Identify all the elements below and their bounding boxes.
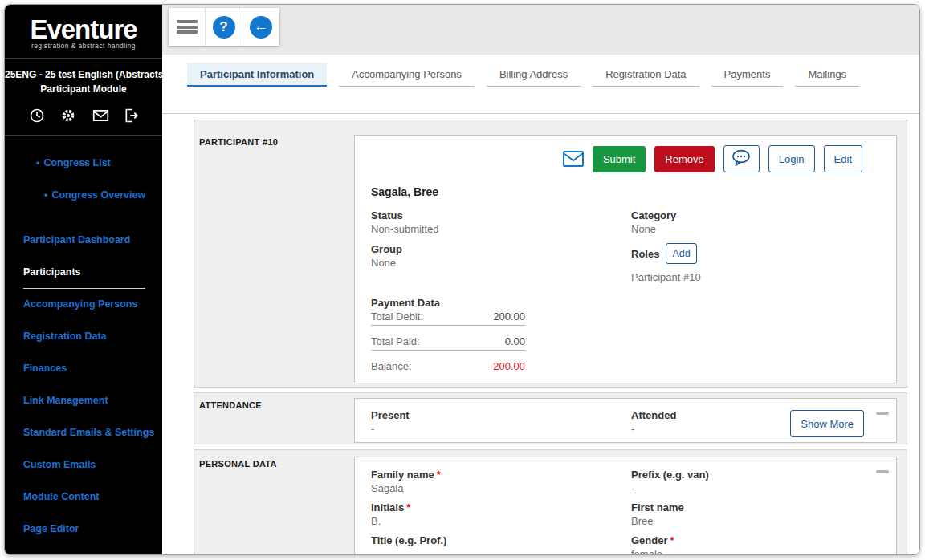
required-asterisk: *	[406, 501, 410, 513]
sidebar-item-label: Module Content	[23, 491, 99, 502]
payment-value: 0.00	[505, 335, 525, 347]
payment-label: Balance:	[371, 360, 412, 372]
header-strip: ? ←	[162, 5, 919, 55]
field-label: Roles	[631, 248, 659, 260]
field-value: -	[371, 423, 631, 435]
field-value: -	[371, 548, 631, 555]
sidebar-item-module-content[interactable]: Module Content	[23, 491, 99, 502]
sidebar-item-link-management[interactable]: Link Management	[23, 395, 108, 406]
field-value: -	[631, 482, 880, 494]
login-button[interactable]: Login	[768, 145, 815, 172]
collapse-icon[interactable]	[876, 412, 889, 415]
section-title: PERSONAL DATA	[194, 450, 354, 555]
field-status: Status Non-submitted	[371, 209, 631, 235]
sidebar-item-label: Standard Emails & Settings	[23, 427, 154, 438]
sidebar-item-label: Participants	[23, 266, 81, 278]
required-asterisk: *	[437, 469, 441, 481]
app-window: Eventure registration & abstract handlin…	[4, 4, 920, 555]
menu-toggle-button[interactable]	[169, 8, 206, 46]
field-label: First name	[631, 501, 684, 513]
section-personal-data: PERSONAL DATA Family name* Sagala Prefix…	[194, 449, 907, 555]
sidebar-item-label: Congress List	[43, 157, 110, 168]
tab-strip: Participant Information Accompanying Per…	[162, 55, 919, 114]
attendance-card: Present - Attended - Show More	[354, 398, 897, 443]
back-icon: ←	[250, 16, 272, 39]
payment-row-balance: Balance: -200.00	[371, 360, 525, 375]
tab-participant-information[interactable]: Participant Information	[187, 63, 327, 87]
sidebar-item-registration-data[interactable]: Registration Data	[23, 331, 107, 342]
payment-title: Payment Data	[371, 297, 525, 309]
congress-block: 25ENG - 25 test English (Abstracts... Pa…	[5, 59, 162, 95]
sidebar-item-page-editor[interactable]: Page Editor	[23, 523, 79, 534]
sidebar-item-label: Accompanying Persons	[23, 298, 137, 310]
field-label: Status	[371, 209, 631, 221]
logout-icon[interactable]	[124, 108, 140, 124]
sidebar-item-label: Participant Dashboard	[23, 234, 130, 246]
section-title: ATTENDANCE	[194, 393, 354, 444]
submit-button[interactable]: Submit	[593, 146, 646, 172]
section-title: PARTICIPANT #10	[194, 120, 354, 387]
field-initials: Initials* B.	[371, 501, 631, 527]
tab-billing-address[interactable]: Billing Address	[487, 63, 581, 87]
field-label: Prefix (e.g. van)	[631, 469, 709, 481]
toolbar: ? ←	[169, 8, 279, 46]
comments-button[interactable]	[723, 145, 760, 172]
sidebar-item-congress-overview[interactable]: •Congress Overview	[44, 189, 145, 201]
edit-button[interactable]: Edit	[824, 145, 862, 172]
field-label: Group	[371, 243, 631, 255]
sidebar-item-custom-emails[interactable]: Custom Emails	[23, 459, 96, 470]
tab-registration-data[interactable]: Registration Data	[593, 63, 699, 87]
field-roles: Roles Add Participant #10	[631, 243, 880, 283]
payment-label: Total Debit:	[371, 310, 423, 323]
show-more-button[interactable]: Show More	[790, 410, 864, 437]
sidebar-icon-row	[5, 95, 162, 136]
collapse-icon[interactable]	[876, 470, 889, 473]
content-body: PARTICIPANT #10 Submit Remove	[162, 114, 919, 554]
participant-fields: Status Non-submitted Category None Group…	[371, 209, 880, 283]
back-glyph: ←	[254, 18, 269, 35]
payment-row-total-debit: Total Debit: 200.00	[371, 310, 525, 326]
main-area: ? ← Participant Information Accompanying…	[162, 5, 919, 554]
field-prefix: Prefix (e.g. van) -	[631, 469, 880, 494]
field-label: Gender	[631, 534, 668, 546]
balance-value: -200.00	[490, 360, 525, 372]
field-label: Initials	[371, 501, 404, 513]
sidebar-item-participant-dashboard[interactable]: Participant Dashboard	[23, 234, 130, 246]
tab-payments[interactable]: Payments	[711, 63, 784, 87]
sidebar-item-label: Finances	[23, 363, 67, 374]
sidebar-item-label: Page Editor	[23, 523, 79, 534]
field-category: Category None	[631, 209, 880, 235]
sidebar-item-standard-emails[interactable]: Standard Emails & Settings	[23, 427, 154, 438]
help-icon: ?	[213, 16, 235, 39]
clock-icon[interactable]	[29, 108, 45, 124]
logo-tagline: registration & abstract handling	[5, 42, 162, 50]
sidebar-item-accompanying-persons[interactable]: Accompanying Persons	[23, 298, 137, 310]
section-participant: PARTICIPANT #10 Submit Remove	[194, 120, 907, 388]
tab-mailings[interactable]: Mailings	[795, 63, 859, 87]
sidebar-item-finances[interactable]: Finances	[23, 363, 67, 374]
tab-accompanying-persons[interactable]: Accompanying Persons	[339, 63, 475, 87]
field-family-name: Family name* Sagala	[371, 469, 631, 494]
help-glyph: ?	[219, 19, 227, 35]
logo: Eventure registration & abstract handlin…	[5, 5, 162, 59]
payment-value: 200.00	[493, 310, 525, 323]
mail-icon[interactable]	[92, 108, 108, 124]
back-button[interactable]: ←	[242, 8, 279, 46]
payment-row-total-paid: Total Paid: 0.00	[371, 335, 525, 351]
congress-name: 25ENG - 25 test English (Abstracts...	[5, 69, 162, 80]
sidebar-item-label: Custom Emails	[23, 459, 96, 470]
required-asterisk: *	[670, 534, 674, 546]
sidebar-item-label: Registration Data	[23, 331, 107, 342]
field-value: None	[631, 223, 880, 235]
participant-actions: Submit Remove Login Edit	[371, 145, 880, 172]
add-role-button[interactable]: Add	[666, 243, 696, 264]
personal-fields: Family name* Sagala Prefix (e.g. van) - …	[371, 469, 880, 555]
gear-icon[interactable]	[60, 108, 76, 124]
send-mail-icon[interactable]	[563, 150, 584, 168]
field-value: Non-submitted	[371, 223, 631, 235]
remove-button[interactable]: Remove	[654, 146, 714, 172]
sidebar-item-participants[interactable]: Participants	[23, 266, 145, 289]
hamburger-icon	[177, 18, 198, 36]
sidebar-item-congress-list[interactable]: •Congress List	[36, 157, 111, 168]
help-button[interactable]: ?	[206, 8, 242, 46]
